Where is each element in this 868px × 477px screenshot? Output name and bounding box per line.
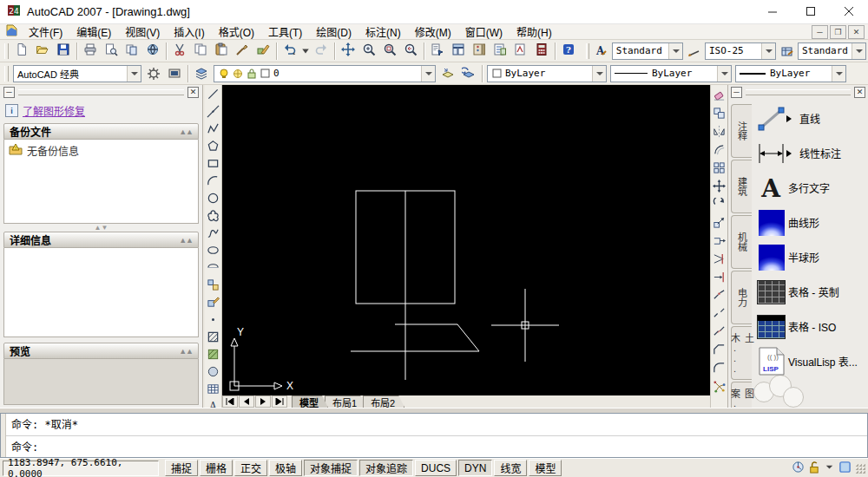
- layout-tab-布局2[interactable]: 布局2: [363, 395, 404, 408]
- ellipse-arc-button[interactable]: [205, 260, 222, 278]
- array-button[interactable]: [711, 160, 728, 178]
- fillet-button[interactable]: [711, 360, 728, 378]
- layer-lock-icon[interactable]: [246, 68, 258, 80]
- toolbar-grip[interactable]: [4, 43, 9, 59]
- palette-item-表格 - 英制[interactable]: 表格 - 英制: [757, 278, 864, 306]
- tab-first-button[interactable]: [222, 395, 238, 408]
- menu-帮助(H)[interactable]: 帮助(H): [510, 23, 559, 40]
- menu-工具(T)[interactable]: 工具(T): [261, 23, 309, 40]
- layer-on-icon[interactable]: [218, 68, 230, 80]
- toggle-栅格[interactable]: 栅格: [200, 460, 233, 476]
- combo-arrow-icon[interactable]: [717, 66, 731, 82]
- tray-dropdown-icon[interactable]: [823, 461, 836, 476]
- undo-dropdown-button[interactable]: [300, 41, 311, 62]
- publish-button[interactable]: [122, 41, 142, 62]
- combo-arrow-icon[interactable]: [761, 43, 775, 59]
- toggle-对象追踪[interactable]: 对象追踪: [359, 460, 413, 476]
- toggle-DYN[interactable]: DYN: [458, 460, 492, 476]
- preview-section-header[interactable]: 预览 ▲▲: [3, 343, 199, 359]
- sheet-set-manager-button[interactable]: [490, 41, 510, 62]
- lock-open-icon[interactable]: [807, 461, 820, 476]
- tab-last-button[interactable]: [272, 395, 287, 408]
- toggle-线宽[interactable]: 线宽: [494, 460, 527, 476]
- panel-close-icon[interactable]: ✕: [187, 87, 199, 98]
- menu-修改(M)[interactable]: 修改(M): [408, 23, 458, 40]
- zoom-previous-button[interactable]: [400, 41, 421, 62]
- toggle-捕捉[interactable]: 捕捉: [165, 460, 198, 476]
- zoom-realtime-button[interactable]: [358, 41, 379, 62]
- linetype-combo[interactable]: ByLayer: [610, 65, 732, 82]
- copy-button[interactable]: [190, 41, 211, 62]
- line-button[interactable]: [205, 87, 222, 104]
- redo-button[interactable]: [311, 41, 332, 62]
- break-at-point-button[interactable]: [711, 287, 728, 305]
- move-button[interactable]: [711, 178, 728, 196]
- clean-screen-icon[interactable]: [838, 461, 852, 476]
- insert-block-button[interactable]: [205, 278, 222, 295]
- dim-style-button[interactable]: [685, 41, 703, 62]
- my-workspace-button[interactable]: [164, 63, 185, 84]
- menu-视图(V)[interactable]: 视图(V): [118, 23, 167, 40]
- table-style-button[interactable]: [778, 41, 796, 62]
- mdi-minimize-button[interactable]: ─: [812, 25, 828, 39]
- construction-line-button[interactable]: [205, 104, 222, 121]
- table-button[interactable]: [205, 382, 222, 399]
- combo-arrow-icon[interactable]: [668, 43, 682, 59]
- cut-button[interactable]: [169, 41, 190, 62]
- match-properties-button[interactable]: [232, 41, 253, 62]
- ellipse-button[interactable]: [205, 243, 222, 260]
- chamfer-button[interactable]: [711, 342, 728, 360]
- toggle-极轴[interactable]: 极轴: [269, 460, 302, 476]
- menu-文件(F)[interactable]: 文件(F): [22, 23, 69, 40]
- text-style-combo[interactable]: Standard: [612, 42, 683, 60]
- block-editor-button[interactable]: [253, 41, 273, 62]
- arc-button[interactable]: [205, 173, 222, 191]
- toggle-DUCS[interactable]: DUCS: [415, 460, 457, 476]
- palette-item-VisualLisp 表...[interactable]: (( ))LISPVisualLisp 表...: [757, 347, 864, 376]
- backup-section-header[interactable]: 备份文件 ▲▲: [3, 123, 199, 140]
- break-button[interactable]: [711, 305, 728, 323]
- palette-drag-handle[interactable]: [746, 89, 851, 95]
- etransmit-button[interactable]: [142, 41, 163, 62]
- workspace-combo[interactable]: AutoCAD 经典: [13, 65, 141, 82]
- markup-set-manager-button[interactable]: [510, 41, 531, 62]
- toolbar-grip[interactable]: [4, 66, 9, 82]
- quickcalc-button[interactable]: [531, 41, 552, 62]
- flyout-arrow-icon[interactable]: [786, 150, 795, 157]
- backup-file-list[interactable]: ! 无备份信息: [3, 140, 199, 224]
- mdi-restore-button[interactable]: ❐: [830, 25, 846, 39]
- hatch-button[interactable]: [205, 330, 222, 347]
- join-button[interactable]: [711, 323, 728, 342]
- workspace-settings-button[interactable]: [143, 63, 164, 84]
- make-block-button[interactable]: [205, 295, 222, 312]
- text-style-button[interactable]: A: [592, 41, 610, 62]
- tab-next-button[interactable]: [255, 395, 271, 408]
- menu-编辑(E)[interactable]: 编辑(E): [69, 23, 118, 40]
- menu-格式(O)[interactable]: 格式(O): [212, 23, 261, 40]
- lineweight-combo[interactable]: ByLayer: [735, 65, 846, 82]
- explode-button[interactable]: [711, 378, 728, 396]
- layer-previous-button[interactable]: [458, 63, 479, 84]
- palette-tab-机械[interactable]: 机械: [731, 215, 752, 269]
- gradient-button[interactable]: [205, 347, 222, 364]
- polyline-button[interactable]: [205, 121, 222, 139]
- table-style-combo[interactable]: Standard: [798, 42, 866, 60]
- palette-item-直线[interactable]: 直线: [757, 104, 864, 133]
- palette-item-表格 - ISO[interactable]: 表格 - ISO: [757, 312, 864, 341]
- designcenter-button[interactable]: [448, 41, 469, 62]
- polygon-button[interactable]: [205, 139, 222, 156]
- palette-close-icon[interactable]: ✕: [854, 87, 865, 98]
- region-button[interactable]: [205, 364, 222, 382]
- mdi-close-button[interactable]: ✕: [848, 25, 865, 39]
- menu-插入(I)[interactable]: 插入(I): [167, 23, 211, 40]
- palette-item-多行文字[interactable]: A多行文字: [757, 173, 864, 202]
- section-splitter[interactable]: ▲▼: [3, 224, 199, 232]
- communication-center-icon[interactable]: [792, 461, 805, 476]
- drawing-canvas[interactable]: YX: [222, 85, 710, 395]
- palette-item-线性标注[interactable]: 线性标注: [757, 139, 864, 167]
- paste-button[interactable]: [211, 41, 232, 62]
- tool-palettes-button[interactable]: [469, 41, 490, 62]
- mirror-button[interactable]: [711, 123, 728, 141]
- panel-drag-handle[interactable]: [18, 89, 184, 95]
- minimize-button[interactable]: [753, 0, 792, 23]
